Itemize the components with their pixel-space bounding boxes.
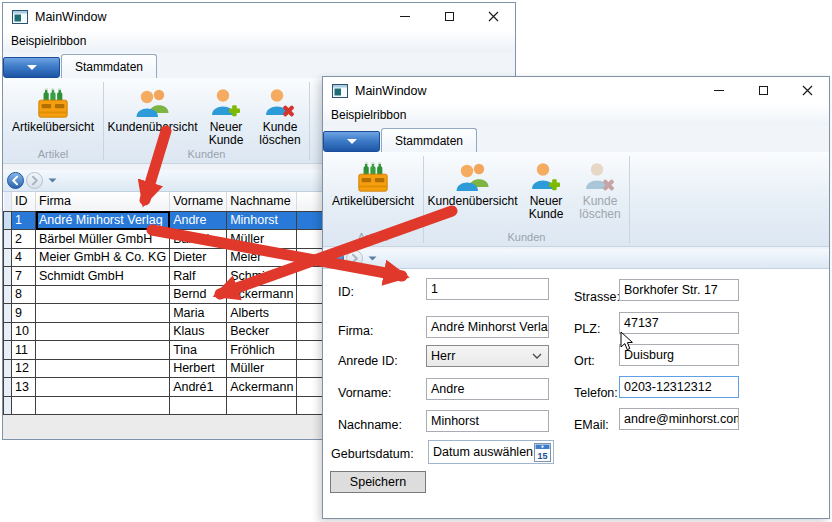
datepicker-placeholder: Datum auswählen	[433, 445, 533, 459]
grid-cell[interactable]	[12, 396, 36, 415]
grid-cell[interactable]: Meier GmbH & Co. KG	[36, 248, 170, 267]
menu-beispielribbon[interactable]: Beispielribbon	[11, 34, 86, 48]
strasse-field[interactable]: Borkhofer Str. 17	[619, 279, 739, 301]
grid-cell-current[interactable]: André Minhorst Verlag	[36, 211, 170, 230]
button-label: Neuer Kunde	[520, 195, 572, 222]
nav-dropdown-button[interactable]	[48, 178, 57, 183]
grid-cell[interactable]	[36, 304, 170, 323]
grid-cell[interactable]: 11	[12, 341, 36, 360]
grid-cell[interactable]: 13	[12, 378, 36, 397]
grid-cell[interactable]: 8	[12, 285, 36, 304]
grid-cell[interactable]: Schmidt	[227, 267, 297, 286]
grid-cell[interactable]: Maria	[170, 304, 227, 323]
grid-cell[interactable]: Andre	[170, 211, 227, 230]
minimize-button[interactable]	[697, 77, 741, 104]
row-header[interactable]	[4, 285, 12, 304]
grid-cell[interactable]: 12	[12, 359, 36, 378]
row-header[interactable]	[4, 341, 12, 360]
plz-field[interactable]: 47137	[619, 312, 739, 334]
back-button[interactable]	[327, 250, 344, 267]
menu-beispielribbon[interactable]: Beispielribbon	[331, 108, 406, 122]
grid-cell[interactable]: 9	[12, 304, 36, 323]
speichern-button[interactable]: Speichern	[330, 471, 426, 493]
telefon-field-focused[interactable]: 0203-12312312	[619, 376, 739, 398]
row-header[interactable]	[4, 267, 12, 286]
minimize-button[interactable]	[383, 3, 427, 30]
forward-button[interactable]	[26, 172, 43, 189]
nav-dropdown-button[interactable]	[368, 256, 377, 261]
grid-cell[interactable]: Bärbel	[170, 230, 227, 249]
column-header-firma[interactable]: Firma	[36, 192, 170, 211]
grid-cell[interactable]: 2	[12, 230, 36, 249]
column-header-vorname[interactable]: Vorname	[170, 192, 227, 211]
firma-field[interactable]: André Minhorst Verlag	[426, 316, 549, 338]
grid-cell[interactable]: Minhorst	[227, 211, 297, 230]
grid-cell[interactable]: Ackermann	[227, 378, 297, 397]
row-header[interactable]	[4, 304, 12, 323]
grid-cell[interactable]: Müller	[227, 230, 297, 249]
navigation-bar	[323, 249, 829, 269]
back-icon	[327, 250, 344, 267]
vorname-field[interactable]: Andre	[426, 378, 549, 400]
grid-cell[interactable]	[36, 396, 170, 415]
column-header-id[interactable]: ID	[12, 192, 36, 211]
ribbon-group-artikel: Artikelübersicht Artikel	[323, 152, 423, 246]
grid-cell[interactable]: Herbert	[170, 359, 227, 378]
row-header[interactable]	[4, 322, 12, 341]
maximize-button[interactable]	[427, 3, 471, 30]
grid-cell[interactable]	[227, 396, 297, 415]
grid-cell[interactable]: Dieter	[170, 248, 227, 267]
column-header-nachname[interactable]: Nachname	[227, 192, 297, 211]
grid-cell[interactable]: Ackermann	[227, 285, 297, 304]
grid-cell[interactable]	[170, 396, 227, 415]
forward-button[interactable]	[346, 250, 363, 267]
grid-cell[interactable]: Fröhlich	[227, 341, 297, 360]
close-button[interactable]	[785, 77, 829, 104]
close-button[interactable]	[471, 3, 515, 30]
grid-cell[interactable]: 4	[12, 248, 36, 267]
ort-field[interactable]: Duisburg	[619, 344, 739, 366]
row-header[interactable]	[4, 396, 12, 415]
grid-cell[interactable]: Becker	[227, 322, 297, 341]
grid-cell[interactable]: Schmidt GmbH	[36, 267, 170, 286]
grid-cell[interactable]: Bärbel Müller GmbH	[36, 230, 170, 249]
grid-cell[interactable]: Tina	[170, 341, 227, 360]
anrede-combobox[interactable]: Herr	[426, 345, 549, 367]
grid-cell[interactable]: Ralf	[170, 267, 227, 286]
forward-icon	[26, 172, 43, 189]
grid-cell[interactable]: Alberts	[227, 304, 297, 323]
maximize-button[interactable]	[741, 77, 785, 104]
app-icon	[12, 9, 28, 25]
tab-stammdaten[interactable]: Stammdaten	[381, 128, 477, 152]
maximize-icon	[759, 86, 768, 95]
grid-cell[interactable]: Meier	[227, 248, 297, 267]
grid-cell[interactable]	[36, 378, 170, 397]
file-menu-button[interactable]	[323, 131, 380, 152]
row-header[interactable]	[4, 211, 12, 230]
grid-cell[interactable]: 7	[12, 267, 36, 286]
grid-cell[interactable]: Bernd	[170, 285, 227, 304]
back-button[interactable]	[7, 172, 24, 189]
file-menu-button[interactable]	[3, 57, 60, 78]
grid-cell[interactable]	[36, 359, 170, 378]
geburtsdatum-datepicker[interactable]: Datum auswählen 15	[428, 440, 554, 464]
grid-cell[interactable]: André1	[170, 378, 227, 397]
calendar-icon[interactable]: 15	[534, 443, 551, 462]
grid-cell[interactable]	[36, 341, 170, 360]
vorname-label: Vorname:	[338, 386, 392, 400]
grid-cell[interactable]: 1	[12, 211, 36, 230]
grid-cell[interactable]: 10	[12, 322, 36, 341]
nachname-field[interactable]: Minhorst	[426, 410, 549, 432]
email-field[interactable]: andre@minhorst.com	[619, 408, 739, 430]
grid-cell[interactable]: Klaus	[170, 322, 227, 341]
row-header[interactable]	[4, 248, 12, 267]
tab-stammdaten[interactable]: Stammdaten	[61, 54, 157, 78]
grid-cell[interactable]: Müller	[227, 359, 297, 378]
id-field[interactable]: 1	[426, 278, 549, 300]
grid-cell[interactable]	[36, 322, 170, 341]
chevron-down-icon	[27, 65, 37, 70]
row-header[interactable]	[4, 378, 12, 397]
grid-cell[interactable]	[36, 285, 170, 304]
row-header[interactable]	[4, 359, 12, 378]
row-header[interactable]	[4, 230, 12, 249]
